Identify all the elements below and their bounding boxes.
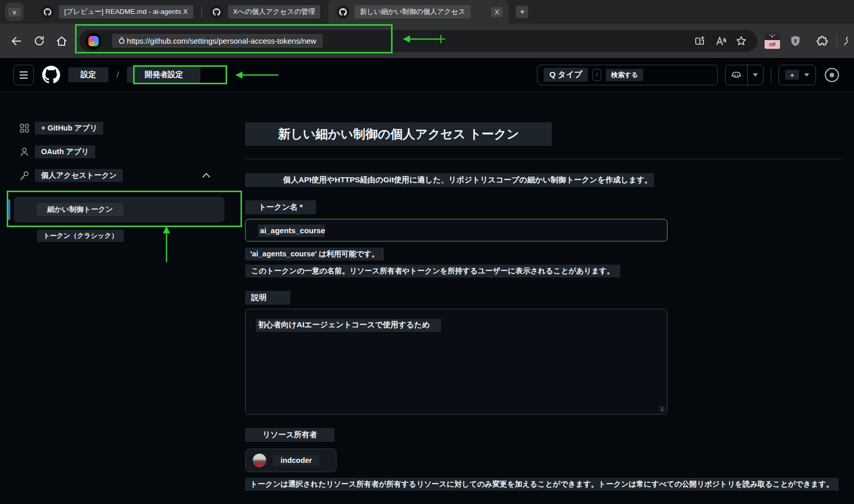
tab-close-icon[interactable]: X	[491, 7, 503, 17]
breadcrumb-developer-settings[interactable]: 開発者設定	[127, 67, 200, 83]
home-icon	[55, 35, 68, 47]
shopping-off-badge: Off	[765, 40, 780, 49]
search-placeholder-right: 検索する	[606, 69, 643, 81]
github-favicon	[337, 6, 349, 18]
create-new-button[interactable]: +	[778, 65, 816, 85]
profile-button[interactable]	[842, 35, 848, 47]
chevron-up-icon[interactable]	[202, 172, 211, 178]
url-text[interactable]: Ô https://github.com/settings/personal-a…	[112, 34, 323, 48]
hamburger-menu-button[interactable]	[13, 65, 34, 85]
circle-dot-icon[interactable]	[823, 66, 841, 84]
sidebar-item-label: OAuth アプリ	[35, 145, 95, 158]
search-input[interactable]: Q タイプ / 検索する	[537, 65, 718, 85]
token-name-label: トークン名 *	[245, 200, 844, 214]
github-favicon	[210, 6, 223, 18]
header-divider	[771, 68, 771, 82]
avatar	[252, 453, 267, 468]
sparkle-icon	[769, 34, 775, 39]
browser-tab-readme[interactable]: [プレビュー] README.md - ai-agents X	[33, 0, 201, 24]
copilot-menu-button[interactable]	[725, 65, 764, 85]
home-button[interactable]	[51, 31, 72, 51]
description-field: 初心者向けAIエージェントコースで使用するため 1	[245, 309, 667, 415]
browser-tab-new-token-active[interactable]: 新しい細かい制御の個人アクセス X	[328, 0, 509, 24]
puzzle-icon	[815, 34, 828, 47]
token-name-field	[245, 219, 667, 241]
sidebar-item-label: 細かい制御トークン	[37, 203, 123, 216]
tab-title: [プレビュー] README.md - ai-agents X	[59, 5, 193, 18]
sidebar-item-oauth-apps[interactable]: OAuth アプリ	[20, 145, 243, 158]
split-screen-icon	[694, 35, 706, 47]
description-label: 説明	[245, 291, 844, 305]
intro-text: 個人API使用やHTTPS経由のGit使用に適した、リポジトリスコープの細かい制…	[245, 173, 654, 187]
resource-owner-help-text: トークンは選択されたリソース所有者が所有するリソースに対してのみ変更を加えること…	[245, 478, 839, 491]
copilot-robot-icon	[726, 69, 747, 81]
tab-title: 新しい細かい制御の個人アクセス	[355, 5, 470, 18]
back-button[interactable]	[6, 31, 27, 51]
star-icon	[735, 35, 747, 47]
token-name-help-text: このトークンの一意の名前。リソース所有者やトークンを所持するユーザーに表示される…	[245, 265, 620, 277]
person-icon	[20, 147, 29, 157]
person-icon	[842, 35, 848, 47]
github-favicon	[41, 6, 54, 18]
new-tab-button[interactable]: +	[516, 6, 528, 18]
tab-actions-menu-label: v	[8, 8, 21, 16]
tab-title: Xへの個人アクセスの管理	[228, 5, 321, 18]
resource-owner-label: リソース所有者	[245, 428, 844, 442]
sidebar-item-fine-grained-tokens-selected[interactable]: 細かい制御トークン	[14, 197, 225, 222]
slash-key-hint: /	[592, 69, 601, 81]
github-logo[interactable]	[42, 66, 60, 84]
search-placeholder-left: Q タイプ	[544, 68, 588, 82]
split-screen-button[interactable]	[690, 31, 710, 51]
tab-actions-menu-button[interactable]: v	[5, 3, 24, 21]
extensions-button[interactable]	[811, 31, 831, 51]
back-icon	[10, 35, 23, 47]
plus-icon: +	[785, 70, 799, 80]
chevron-down-icon	[748, 73, 763, 77]
favorites-star-button[interactable]	[731, 31, 751, 51]
shield-keyhole-icon	[789, 34, 802, 48]
sidebar-item-personal-access-tokens[interactable]: 個人アクセストークン	[20, 169, 211, 182]
toolbar-extension-area: Off	[765, 31, 848, 51]
main-content: 新しい細かい制御の個人アクセス トークン 個人API使用やHTTPS経由のGit…	[245, 122, 844, 504]
browser-toolbar: Ô https://github.com/settings/personal-a…	[0, 24, 854, 58]
resize-grip-icon[interactable]: 1	[659, 406, 665, 413]
chevron-down-icon	[804, 73, 809, 77]
resource-owner-select-button[interactable]: indcoder	[245, 449, 337, 472]
password-shield-button[interactable]	[785, 31, 806, 51]
resource-owner-name: indcoder	[273, 455, 320, 466]
browser-tab-token-management[interactable]: Xへの個人アクセスの管理	[202, 0, 329, 24]
browser-tab-strip: v [プレビュー] README.md - ai-agents X Xへの個人ア…	[0, 0, 854, 24]
address-bar[interactable]: Ô https://github.com/settings/personal-a…	[79, 30, 757, 52]
token-name-input[interactable]	[246, 219, 667, 241]
sidebar-item-github-apps[interactable]: + GitHub アプリ	[20, 121, 243, 135]
selected-indicator-bar	[8, 199, 10, 220]
sidebar-item-label: 個人アクセストークン	[35, 169, 123, 182]
refresh-icon	[33, 35, 45, 47]
read-aloud-icon	[714, 35, 727, 47]
github-header: 設定 / 開発者設定 Q タイプ / 検索する +	[0, 58, 854, 92]
read-aloud-button[interactable]	[710, 31, 731, 51]
settings-sidebar: + GitHub アプリ OAuth アプリ 個人アクセストークン 細かい制御ト…	[0, 92, 243, 242]
shopping-extension-icon[interactable]: Off	[765, 33, 780, 49]
key-icon	[20, 171, 29, 180]
toolbar-divider	[837, 34, 837, 48]
sidebar-item-label: + GitHub アプリ	[35, 122, 103, 135]
sidebar-item-tokens-classic[interactable]: トークン（クラシック）	[37, 230, 243, 242]
token-name-available-message: 'ai_agents_course' は利用可能です。	[245, 248, 384, 260]
page-title: 新しい細かい制御の個人アクセス トークン	[245, 122, 552, 146]
copilot-icon[interactable]	[85, 33, 102, 49]
breadcrumb-settings[interactable]: 設定	[68, 67, 108, 82]
sidebar-item-label: トークン（クラシック）	[37, 230, 124, 242]
breadcrumb-separator: /	[117, 70, 119, 80]
refresh-button[interactable]	[29, 31, 49, 51]
description-textarea[interactable]: 初心者向けAIエージェントコースで使用するため	[246, 309, 667, 414]
apps-grid-icon	[20, 123, 29, 133]
